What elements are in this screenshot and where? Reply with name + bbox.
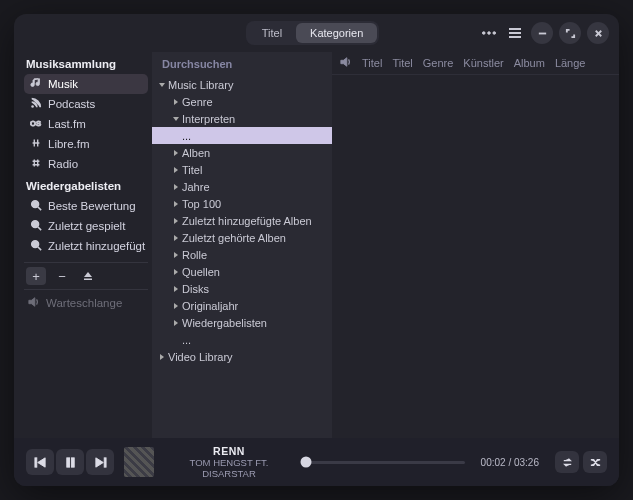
tree-node[interactable]: Disks bbox=[152, 280, 332, 297]
column-header[interactable]: Länge bbox=[555, 57, 586, 69]
sidebar: Musiksammlung MusikPodcastsOSLast.fmLibr… bbox=[14, 52, 152, 438]
player-bar: RENN TOM HENGST FT. DISARSTAR 00:02 / 03… bbox=[14, 438, 619, 486]
tree-node[interactable]: Alben bbox=[152, 144, 332, 161]
seek-slider[interactable] bbox=[304, 461, 465, 464]
sidebar-item-music[interactable]: Musik bbox=[24, 74, 148, 94]
tab-titles[interactable]: Titel bbox=[248, 23, 296, 43]
sidebar-playlist-added[interactable]: Zuletzt hinzugefügt bbox=[24, 236, 148, 256]
disclosure-triangle-icon bbox=[174, 303, 178, 309]
sidebar-playlist-best[interactable]: Beste Bewertung bbox=[24, 196, 148, 216]
tree-node[interactable]: Originaljahr bbox=[152, 297, 332, 314]
sidebar-header-playlists: Wiedergabelisten bbox=[26, 180, 148, 192]
sidebar-playlist-recent[interactable]: Zuletzt gespielt bbox=[24, 216, 148, 236]
tree-node[interactable]: Quellen bbox=[152, 263, 332, 280]
svg-line-12 bbox=[38, 207, 41, 210]
tree-node-label: Genre bbox=[182, 96, 213, 108]
column-header[interactable]: Titel bbox=[362, 57, 382, 69]
svg-line-16 bbox=[38, 247, 41, 250]
tree-node[interactable]: ... bbox=[152, 331, 332, 348]
disclosure-triangle-icon bbox=[174, 184, 178, 190]
browse-tree: Music LibraryGenreInterpreten...AlbenTit… bbox=[152, 76, 332, 365]
disclosure-triangle-icon bbox=[174, 150, 178, 156]
tree-node-label: Titel bbox=[182, 164, 202, 176]
sidebar-item-radio[interactable]: Radio bbox=[24, 154, 148, 174]
next-button[interactable] bbox=[86, 449, 114, 475]
sidebar-item-label: Zuletzt hinzugefügt bbox=[48, 240, 145, 252]
tree-node[interactable]: Top 100 bbox=[152, 195, 332, 212]
sidebar-item-label: Libre.fm bbox=[48, 138, 90, 150]
tree-node[interactable]: ... bbox=[152, 127, 332, 144]
tree-node[interactable]: Video Library bbox=[152, 348, 332, 365]
svg-marker-19 bbox=[29, 298, 35, 307]
tree-node-label: Zuletzt hinzugefügte Alben bbox=[182, 215, 312, 227]
seek-thumb[interactable] bbox=[300, 457, 311, 468]
tree-node-label: ... bbox=[182, 334, 191, 346]
time-display: 00:02 / 03:26 bbox=[475, 457, 545, 468]
tree-node-label: Interpreten bbox=[182, 113, 235, 125]
disclosure-triangle-icon bbox=[174, 286, 178, 292]
pause-button[interactable] bbox=[56, 449, 84, 475]
album-cover[interactable] bbox=[124, 447, 154, 477]
column-header[interactable]: Album bbox=[514, 57, 545, 69]
minimize-button[interactable] bbox=[531, 22, 553, 44]
tree-node[interactable]: Music Library bbox=[152, 76, 332, 93]
svg-marker-20 bbox=[341, 58, 347, 67]
track-artist: TOM HENGST FT. DISARSTAR bbox=[164, 457, 294, 479]
column-header[interactable]: Titel bbox=[392, 57, 412, 69]
disclosure-triangle-icon bbox=[174, 218, 178, 224]
disclosure-triangle-icon bbox=[160, 354, 164, 360]
tree-node-label: Wiedergabelisten bbox=[182, 317, 267, 329]
add-button[interactable]: + bbox=[26, 267, 46, 285]
menu-icon[interactable] bbox=[505, 23, 525, 43]
svg-text:OS: OS bbox=[30, 119, 41, 128]
tree-node[interactable]: Wiedergabelisten bbox=[152, 314, 332, 331]
close-button[interactable] bbox=[587, 22, 609, 44]
disclosure-triangle-icon bbox=[174, 320, 178, 326]
column-header[interactable]: Künstler bbox=[463, 57, 503, 69]
tab-categories[interactable]: Kategorien bbox=[296, 23, 377, 43]
tree-node[interactable]: Zuletzt hinzugefügte Alben bbox=[152, 212, 332, 229]
music-note-icon bbox=[30, 77, 42, 91]
svg-point-13 bbox=[32, 221, 39, 228]
column-headers: TitelTitelGenreKünstlerAlbumLänge bbox=[332, 52, 619, 75]
tree-node[interactable]: Interpreten bbox=[152, 110, 332, 127]
shuffle-button[interactable] bbox=[583, 451, 607, 473]
disclosure-triangle-icon bbox=[173, 117, 179, 121]
column-header[interactable]: Genre bbox=[423, 57, 454, 69]
repeat-button[interactable] bbox=[555, 451, 579, 473]
content-pane: TitelTitelGenreKünstlerAlbumLänge bbox=[332, 52, 619, 438]
sidebar-item-label: Musik bbox=[48, 78, 78, 90]
svg-rect-23 bbox=[66, 457, 69, 466]
sidebar-item-librefm[interactable]: Libre.fm bbox=[24, 134, 148, 154]
search-icon bbox=[30, 199, 42, 213]
tree-node-label: ... bbox=[182, 130, 191, 142]
sidebar-item-label: Podcasts bbox=[48, 98, 95, 110]
svg-line-14 bbox=[38, 227, 41, 230]
svg-point-0 bbox=[482, 32, 485, 35]
tree-node[interactable]: Titel bbox=[152, 161, 332, 178]
queue-button[interactable]: Warteschlange bbox=[24, 290, 148, 316]
maximize-button[interactable] bbox=[559, 22, 581, 44]
previous-button[interactable] bbox=[26, 449, 54, 475]
sidebar-header-collection: Musiksammlung bbox=[26, 58, 148, 70]
playing-column-icon[interactable] bbox=[340, 56, 352, 70]
eject-button[interactable] bbox=[78, 267, 98, 285]
remove-button[interactable]: − bbox=[52, 267, 72, 285]
tree-node[interactable]: Jahre bbox=[152, 178, 332, 195]
tree-node[interactable]: Rolle bbox=[152, 246, 332, 263]
svg-rect-18 bbox=[84, 279, 92, 281]
svg-rect-24 bbox=[71, 457, 74, 466]
svg-point-9 bbox=[31, 105, 34, 108]
tree-node[interactable]: Genre bbox=[152, 93, 332, 110]
tree-node-label: Video Library bbox=[168, 351, 233, 363]
sidebar-item-lastfm[interactable]: OSLast.fm bbox=[24, 114, 148, 134]
disclosure-triangle-icon bbox=[159, 83, 165, 87]
svg-rect-25 bbox=[104, 457, 106, 466]
sidebar-item-podcasts[interactable]: Podcasts bbox=[24, 94, 148, 114]
more-icon[interactable] bbox=[479, 23, 499, 43]
sidebar-item-label: Last.fm bbox=[48, 118, 86, 130]
tree-node[interactable]: Zuletzt gehörte Alben bbox=[152, 229, 332, 246]
lastfm-icon: OS bbox=[30, 117, 42, 131]
speaker-icon bbox=[28, 296, 40, 310]
svg-point-11 bbox=[32, 201, 39, 208]
